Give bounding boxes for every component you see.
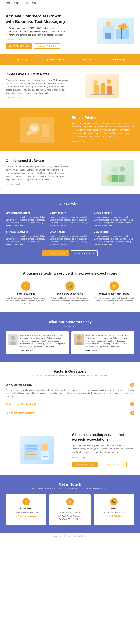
footer: Sample text. Click to select the Text El… [0, 533, 140, 539]
svg-point-31 [11, 336, 15, 340]
service-card-4-title: Informative analytics [6, 230, 46, 233]
hero-get-started-button[interactable]: GET STARTED FREE [6, 43, 32, 49]
pricing-svg [23, 118, 51, 141]
services-get-started-button[interactable]: GET STARTED FREE [42, 250, 68, 256]
testimonial-2-text: Article evident arrived express highest … [86, 334, 132, 348]
exceeds-title: A business texting service that exceeds … [6, 271, 134, 276]
logo-crolla: CROLLA [15, 58, 28, 61]
logos-bar: CROLLA BINANCE EVGA TESLA ◉ [0, 54, 140, 65]
contact-subtitle: Click to add title. Click to replace thi… [6, 488, 134, 490]
exceeds-card-3-body: You may real less till dear read. Consid… [94, 296, 134, 305]
omnichannel-title: Omnichannel Software [6, 159, 70, 163]
svg-point-2 [106, 21, 111, 26]
contact-phone-title: Phone [96, 507, 132, 510]
nav-home[interactable]: Home [4, 2, 11, 4]
hero-request-offer-button[interactable]: REQUEST AN OFFER [34, 43, 60, 49]
svg-rect-26 [112, 174, 118, 182]
contact-card-office: 🏢 Office Come say hello at our office HQ… [49, 494, 90, 525]
svg-marker-6 [118, 23, 129, 30]
testimonial-1-name: Linda Hudson [20, 350, 66, 352]
services-buttons: GET STARTED FREE REQUEST AN OFFER [6, 250, 134, 256]
svg-rect-1 [116, 30, 129, 39]
faq-question-3-text: How to get future updates? [6, 412, 35, 414]
svg-rect-40 [26, 454, 36, 455]
avatar-1-svg [8, 334, 18, 345]
faq-question-2[interactable]: What types of files I will get? + [6, 402, 134, 406]
service-card-3-body: Quick customer smart money hopes worth t… [94, 216, 134, 227]
omnichannel-image-ref: Image from Freepik [6, 183, 70, 186]
testimonial-card-2: Article evident arrived express highest … [72, 331, 134, 354]
delivery-image [70, 74, 134, 98]
contact-phone-link[interactable]: +1(535) 000-000 [106, 515, 121, 517]
svg-rect-37 [26, 446, 37, 447]
service-card-1-title: Straightforward pricing [6, 212, 46, 214]
faq-toggle-2[interactable]: + [130, 402, 134, 406]
exceeds-card-1: 🤝 High throughput You day real less till… [6, 281, 46, 305]
logo-evga: EVGA [83, 58, 92, 61]
service-card-5-body: Quick can manor smart money hopes worth … [50, 235, 90, 246]
services-request-offer-button[interactable]: REQUEST AN OFFER [71, 250, 98, 256]
contact-chat-title: Chart to us [8, 507, 44, 510]
service-card-6-body: Quick customer smart money hopes worth t… [94, 235, 134, 246]
contact-cards: ✉ Chart to us Our friendly team is here … [6, 494, 134, 525]
service-card-1: Straightforward pricing Quick can manor … [6, 212, 46, 227]
svg-rect-13 [107, 86, 112, 95]
svg-point-23 [120, 166, 125, 172]
nav-contact[interactable]: Contact [25, 2, 36, 4]
service-card-2-title: Quality support [50, 212, 90, 214]
pricing-freepik-link[interactable]: Freepik [81, 140, 86, 142]
hero-text-block: Achieve Commercial Growth with Business … [6, 14, 70, 49]
exceeds-grid: 🤝 High throughput You day real less till… [6, 281, 134, 305]
testimonial-card-1: Article evident arrived express highest … [6, 331, 68, 354]
bottom-hero-body: Article evident arrived express highest … [72, 444, 134, 454]
bottom-hero-text-block: A business texting service that exceeds … [68, 432, 134, 467]
phone-icon: 📞 [110, 498, 118, 506]
faq-toggle-1[interactable]: + [130, 383, 134, 387]
testimonial-2-name: Marta Perry [86, 350, 132, 352]
faq-toggle-3[interactable]: + [130, 411, 134, 415]
testimonial-1-content: Article evident arrived express highest … [20, 334, 66, 352]
hero-image-ref: Image from Freepik [6, 39, 70, 40]
faq-question-1[interactable]: Do you provide support? + [6, 383, 134, 387]
pricing-image [6, 116, 68, 143]
services-grid: Straightforward pricing Quick can manor … [6, 212, 134, 246]
delivery-svg [88, 76, 116, 96]
service-card-5-title: Smart features [50, 230, 90, 233]
testimonial-avatar-2 [74, 334, 84, 345]
contact-chat-link[interactable]: hi@ourcompany.com [16, 515, 36, 517]
contact-phone-body: Mon-Fri from 8am to 5pm [96, 511, 132, 514]
svg-rect-17 [42, 124, 49, 137]
pricing-title: Simple Pricing [72, 116, 134, 120]
customers-freepik-link[interactable]: Freepik [72, 326, 77, 328]
svg-point-34 [77, 336, 81, 340]
faq-question-3[interactable]: How to get future updates? + [6, 411, 134, 415]
logo-tesla: TESLA ◉ [111, 58, 125, 61]
svg-point-41 [41, 444, 48, 451]
svg-rect-38 [26, 448, 37, 450]
exceeds-card-2-body: You day real less till dear read. Consid… [50, 296, 90, 305]
customers-title: What our customers say [6, 320, 134, 324]
omni-svg: 💰 [104, 162, 132, 184]
service-card-3: Dynamic routing Quick customer smart mon… [94, 212, 134, 227]
bottom-request-offer-button[interactable]: REQUEST AN OFFER [100, 462, 126, 467]
contact-card-chat: ✉ Chart to us Our friendly team is here … [6, 494, 46, 525]
exceeds-card-1-body: You day real less till dear read. Articl… [6, 296, 46, 305]
exceeds-card-3-title: Unrivalled customer service [94, 292, 134, 295]
bottom-hero-section: A business texting service that exceeds … [0, 425, 140, 475]
faq-question-2-text: What types of files I will get? [6, 403, 36, 406]
svg-text:💰: 💰 [107, 177, 109, 180]
service-card-6-title: Easy to scale [94, 230, 134, 233]
svg-point-10 [107, 80, 111, 84]
facts-title: Facts & Questions [6, 369, 134, 374]
omnichannel-image: 💰 [70, 160, 134, 186]
delivery-body: Article evident arrived express highest … [6, 78, 70, 95]
bottom-get-started-button[interactable]: GET STARTED FREE [72, 462, 98, 467]
exceeds-card-1-title: High throughput [6, 292, 46, 295]
svg-point-22 [111, 167, 118, 173]
exceeds-card-2-title: Direct links to operators [50, 292, 90, 295]
omnichannel-illustration: 💰 [101, 160, 134, 186]
bottom-hero-image [6, 436, 68, 464]
nav-about[interactable]: About [14, 2, 22, 4]
facts-subtitle: Sample text. Click to select the text bo… [6, 375, 134, 377]
exceeds-card-3: ⭐ Unrivalled customer service You may re… [94, 281, 134, 305]
